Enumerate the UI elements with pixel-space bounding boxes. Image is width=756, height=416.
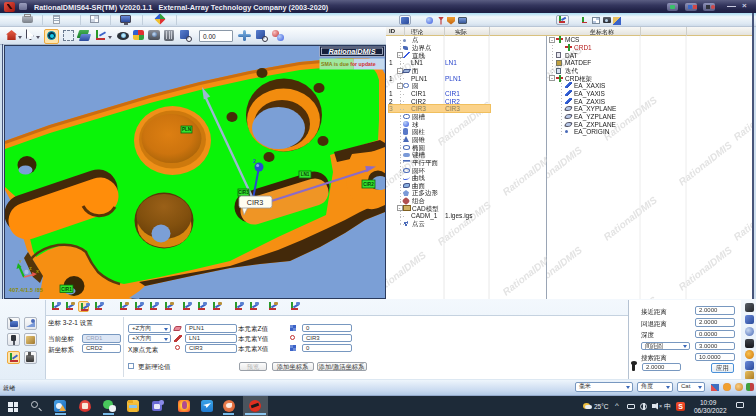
svg-text:Y: Y <box>19 259 22 264</box>
svg-text:CIR3: CIR3 <box>247 198 263 207</box>
svg-text:PLN: PLN <box>182 127 192 132</box>
svg-text:LN1: LN1 <box>301 172 310 177</box>
svg-text:CIR3: CIR3 <box>238 190 249 195</box>
svg-text:CIR2: CIR2 <box>363 182 374 187</box>
svg-text:SMA is due for update: SMA is due for update <box>321 61 376 67</box>
svg-text:407.4/1.5 /85: 407.4/1.5 /85 <box>9 287 43 293</box>
svg-text:2: 2 <box>253 158 256 164</box>
svg-text:X: X <box>36 269 39 274</box>
svg-text:Z: Z <box>29 266 32 271</box>
svg-text:RationalDMIS: RationalDMIS <box>328 47 375 56</box>
svg-text:CIR1: CIR1 <box>61 287 72 292</box>
